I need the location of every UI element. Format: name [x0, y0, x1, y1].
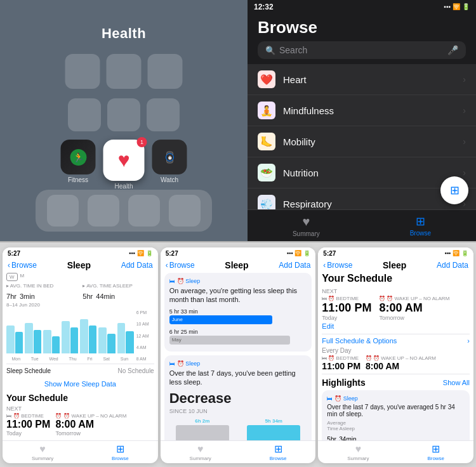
card1-header: 🛏 ⏰ Sleep	[169, 278, 307, 284]
min-unit: min	[23, 293, 35, 300]
browse-item-mindfulness[interactable]: 🧘 Mindfulness ›	[248, 95, 476, 126]
dock-icon-1[interactable]	[47, 195, 79, 227]
chevron-icon: ›	[463, 168, 466, 178]
watch-app[interactable]: ⌚ Watch	[152, 140, 187, 183]
chevron-right-icon: ›	[467, 337, 470, 345]
phone2-tab-browse[interactable]: ⊞ Browse	[270, 443, 287, 461]
bottom-section: 5:27 ▪▪▪ 🛜 🔋 ‹ Browse Sleep Add Data W M…	[0, 242, 476, 467]
tab-browse[interactable]: ⊞ Browse	[410, 214, 431, 237]
bar-tue	[25, 310, 41, 353]
bar-in-bed	[62, 321, 70, 353]
browse-title: Browse	[248, 13, 476, 41]
sleep-schedule-value: No Schedule	[117, 367, 154, 374]
card1-text: On average, you're getting less sleep th…	[169, 286, 307, 305]
bedtime-day-1: Today	[6, 430, 50, 437]
phone1-tab-browse[interactable]: ⊞ Browse	[112, 443, 129, 461]
signal-icon: ▪▪▪	[129, 250, 135, 256]
health-app[interactable]: ♥ 1 Health	[103, 140, 145, 190]
browse-icon3: ⊞	[432, 443, 440, 455]
show-more-link[interactable]: Show More Sleep Data	[6, 378, 154, 390]
schedule-row-1: 🛏 ⏰ BEDTIME 11:00 PM Today ⏰ ⏰ WAKE UP –…	[6, 413, 154, 437]
dock-icon-3[interactable]	[128, 195, 160, 227]
health-label: Health	[115, 183, 133, 190]
bar-asleep	[52, 336, 60, 353]
decrease-title: Decrease	[169, 390, 307, 407]
bar-asleep	[126, 331, 134, 353]
full-times-row: 🛏 ⏰ BEDTIME 11:00 PM ⏰ ⏰ WAKE UP – NO AL…	[322, 355, 470, 371]
phone2-tab-summary[interactable]: ♥ Summary	[190, 444, 211, 461]
bar-mon	[6, 310, 23, 353]
watch-label: Watch	[161, 176, 178, 183]
your-schedule-title3: Your Schedule	[322, 273, 470, 284]
wakeup2-block: ⏰ ⏰ WAKE UP – NO ALARM 8:00 AM	[366, 355, 436, 371]
browse-icon: ⊞	[416, 214, 425, 228]
top-section: Health 🏃 Fitness	[0, 0, 476, 241]
browse-item-heart[interactable]: ❤️ Heart ›	[248, 64, 476, 95]
bedtime-block-1: 🛏 ⏰ BEDTIME 11:00 PM Today	[6, 413, 50, 437]
add-data-2[interactable]: Add Data	[279, 261, 310, 270]
fitness-icon: 🏃	[61, 140, 96, 174]
apps-row-top	[65, 54, 183, 89]
phone3-status: 5:27 ▪▪▪ 🛜 🔋	[318, 247, 473, 259]
tab-summary[interactable]: ♥ Summary	[293, 214, 320, 237]
search-bar[interactable]: 🔍 Search 🎤	[258, 41, 466, 59]
phone3-tab-bar: ♥ Summary ⊞ Browse	[318, 440, 473, 463]
add-data-3[interactable]: Add Data	[437, 261, 468, 270]
bar-in-bed	[25, 323, 33, 353]
back-button-1[interactable]: ‹ Browse	[8, 261, 37, 270]
phone3-time: 5:27	[323, 250, 336, 257]
phone-screen-2: 5:27 ▪▪▪ 🛜 🔋 ‹ Browse Sleep Add Data 🛏 ⏰…	[161, 247, 316, 463]
phone1-nav: ‹ Browse Sleep Add Data	[3, 259, 158, 273]
bar-wed	[43, 310, 60, 353]
june-bar-fill: June	[169, 315, 273, 324]
phone3-tab-browse[interactable]: ⊞ Browse	[427, 443, 444, 461]
fab-button[interactable]: ⊞	[440, 176, 468, 204]
phone2-time: 5:27	[166, 250, 178, 257]
bar1-label: 6h 2m	[195, 418, 209, 424]
dock-icon-4[interactable]	[169, 195, 201, 227]
wifi-icon: 🛜	[453, 3, 460, 10]
card2-text: Over the last 7 days, you've been gettin…	[169, 369, 307, 387]
time-in-bed-label: ▸ AVG. TIME IN BED	[6, 283, 77, 289]
status-bar: 12:32 ▪▪▪ 🛜 🔋	[248, 0, 476, 13]
summary-label: Summary	[293, 230, 320, 237]
card2-header: 🛏 ⏰ Sleep	[169, 360, 307, 367]
sleep-icon-hl: 🛏	[327, 395, 333, 402]
highlights-title: Highlights	[322, 378, 365, 388]
chevron-icon: ›	[463, 136, 466, 147]
browse-panel: 12:32 ▪▪▪ 🛜 🔋 Browse 🔍 Search 🎤 ❤️ Heart…	[248, 0, 476, 241]
wakeup-block-1: ⏰ ⏰ WAKE UP – NO ALARM 8:00 AM Tomorrow	[55, 413, 126, 437]
bedtime2-sublabel: 🛏 ⏰ BEDTIME	[322, 355, 360, 361]
show-all-link[interactable]: Show All	[443, 379, 470, 386]
edit-link[interactable]: Edit	[322, 322, 470, 330]
bar2-label: 5h 34m	[265, 418, 282, 424]
divider3	[322, 334, 470, 334]
mic-icon[interactable]: 🎤	[447, 45, 458, 55]
phone1-tab-summary[interactable]: ♥ Summary	[32, 444, 53, 461]
home-title: Health	[102, 25, 146, 42]
back-button-3[interactable]: ‹ Browse	[323, 261, 352, 270]
bar-asleep	[89, 326, 97, 353]
june-bar-track: June	[169, 315, 307, 324]
dock-icon-2[interactable]	[88, 195, 119, 227]
phone1-icons: ▪▪▪ 🛜 🔋	[129, 250, 153, 256]
week-tab[interactable]: W	[6, 273, 18, 281]
wakeup-day3: Tomorrow	[379, 315, 449, 321]
phone-screen-1: 5:27 ▪▪▪ 🛜 🔋 ‹ Browse Sleep Add Data W M…	[3, 247, 158, 463]
browse-item-mobility[interactable]: 🦶 Mobility ›	[248, 126, 476, 157]
phone3-tab-summary[interactable]: ♥ Summary	[347, 444, 369, 461]
signal-icon: ▪▪▪	[444, 3, 451, 10]
phone3-icons: ▪▪▪ 🛜 🔋	[444, 250, 468, 256]
bedtime2-val: 11:00 PM	[322, 361, 360, 371]
fitness-app[interactable]: 🏃 Fitness	[61, 140, 96, 183]
back-button-2[interactable]: ‹ Browse	[166, 261, 195, 270]
month-tab[interactable]: M	[20, 273, 25, 281]
bar-in-bed	[6, 326, 15, 353]
every-day-label: Every Day	[322, 347, 470, 354]
summary-label3: Summary	[347, 456, 369, 461]
add-data-1[interactable]: Add Data	[121, 261, 153, 270]
sleep-metrics: ▸ AVG. TIME IN BED 7hr 3min 8–14 Jun 202…	[6, 283, 154, 308]
full-schedule-link[interactable]: Full Schedule & Options ›	[322, 337, 470, 345]
monthly-insight-card: 🛏 ⏰ Sleep On average, you're getting les…	[164, 273, 312, 352]
date-range: 8–14 Jun 2020	[6, 302, 77, 308]
